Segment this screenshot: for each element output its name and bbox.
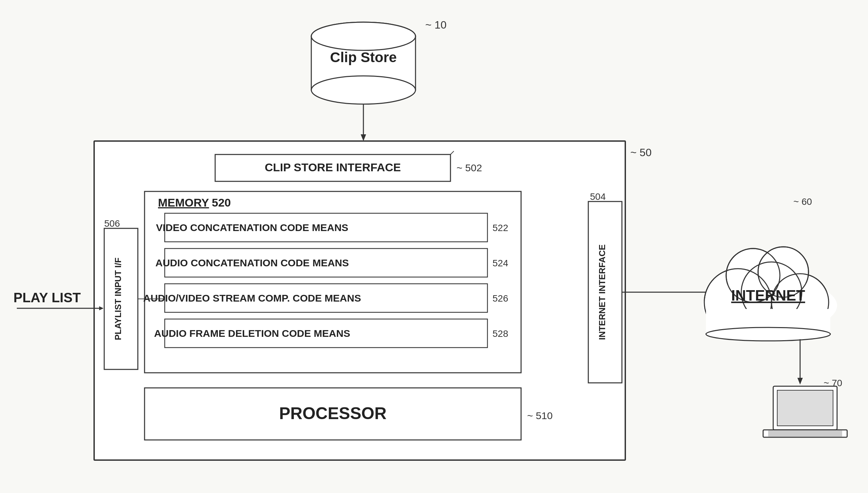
csi-ref: ~ 502 [457,162,482,173]
svg-rect-38 [777,390,833,426]
vcm-ref: 522 [492,223,508,233]
acm-label: AUDIO CONCATENATION CODE MEANS [155,257,349,268]
internet-interface-ref: 504 [590,191,606,202]
playlist-input-label: PLAYLIST INPUT I/F [113,258,123,340]
memory-label: MEMORY [158,196,209,209]
diagram-container: Clip Store ~ 10 ~ 50 CLIP STORE INTERFAC… [0,0,868,493]
avs-label: AUDIO/VIDEO STREAM COMP. CODE MEANS [143,293,361,304]
afd-label: AUDIO FRAME DELETION CODE MEANS [154,328,350,339]
computer-icon [763,386,847,437]
memory-ref: 520 [212,196,231,209]
afd-ref: 528 [492,328,508,339]
internet-label: INTERNET [731,287,805,304]
clip-store-ref: ~ 10 [425,19,446,31]
svg-point-3 [311,76,416,104]
acm-ref: 524 [492,258,508,268]
svg-point-4 [311,22,416,50]
internet-ref: ~ 60 [793,196,812,207]
processor-ref: ~ 510 [527,410,553,421]
main-box-ref: ~ 50 [630,146,651,158]
vcm-label: VIDEO CONCATENATION CODE MEANS [156,222,348,233]
internet-interface-label: INTERNET INTERFACE [597,244,607,340]
playlist-input-ref: 506 [104,218,120,229]
playlist-label: PLAY LIST [14,290,81,305]
svg-point-34 [706,327,830,341]
clip-store-label: Clip Store [330,49,397,65]
processor-label: PROCESSOR [279,404,387,423]
clip-store-interface-label: CLIP STORE INTERFACE [265,161,401,174]
svg-rect-40 [768,431,842,436]
avs-ref: 526 [492,293,508,304]
